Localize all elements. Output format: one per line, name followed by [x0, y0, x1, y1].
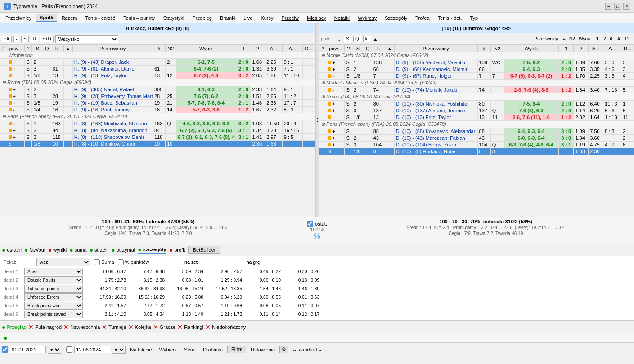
right-k-button[interactable]: k.	[363, 36, 371, 42]
table-row[interactable]: + S 3 61 H. (9) - (61) Altmaier, Daniel …	[0, 66, 315, 72]
bottom-tab-turnieje[interactable]: ✕ Turnieje	[102, 324, 126, 331]
r-col-hash: #	[319, 45, 326, 52]
menu-notatki[interactable]: Notatki	[331, 14, 353, 22]
menu-statystyki[interactable]: Statystyki	[159, 14, 188, 22]
wybierz-label: Wybierz	[159, 347, 177, 352]
bottom-tab-kolejka[interactable]: ✕ Kolejka	[128, 324, 151, 331]
s-button[interactable]: S	[21, 36, 29, 42]
menu-przebieg[interactable]: Przebieg	[189, 14, 216, 22]
table-row[interactable]: - S 1/8 13 D. (10) - (13) Fritz, Taylor …	[319, 114, 634, 121]
table-row[interactable]: + S 3 104 D. (10) - (104) Bergs, Zizou 1…	[319, 142, 634, 148]
minimize-button[interactable]: –	[605, 3, 612, 10]
detail1-set2: 2.96 : 2.57	[206, 269, 242, 274]
menu-live[interactable]: Live	[240, 14, 256, 22]
window-controls[interactable]: – □ ×	[605, 3, 630, 10]
right-table-wrapper[interactable]: # pow... ? S Q k. ▲ Przeciwnicy # N2 Wyn…	[319, 45, 634, 217]
bottom-tab-przeglad[interactable]: ● Przegląd	[2, 324, 27, 331]
table-row[interactable]: + S 1 88 D. (10) - (88) Kovacevic, Aleks…	[319, 128, 634, 135]
table-row[interactable]: + S 3 137 D. (10) - (137) Atmane, Terenc…	[319, 107, 634, 114]
nawierzchnia-icon: ✕	[63, 324, 69, 331]
menu-miesiacy[interactable]: Miesiący	[303, 14, 330, 22]
bottom-tabs-area: ● Przegląd ✕ Pula nagród ✕ Nawierzchnia …	[0, 320, 634, 333]
otrzymal-label: otrzymał	[117, 247, 135, 253]
table-row[interactable]: + S 1/8 19 H. (9) - (19) Baez, Sebastian…	[0, 100, 315, 107]
menu-wykresy[interactable]: Wykresy	[354, 14, 380, 22]
table-row[interactable]: + S 2 H. (9) - (43) Draper, Jack 2 6-1, …	[0, 59, 315, 66]
date-from-select[interactable]: ▾	[48, 346, 61, 354]
bottom-tab-rankingi[interactable]: ✕ Rankingi	[177, 324, 203, 331]
bottom-tab-nawierzchnia[interactable]: ✕ Nawierzchnia	[63, 324, 100, 331]
wyniki-label: wyniki	[53, 247, 67, 253]
detail1-select[interactable]: Aces	[24, 268, 83, 275]
sd-button[interactable]: S+D	[40, 36, 54, 42]
detail4-select[interactable]: Unforced Errors	[24, 293, 83, 301]
suma-checkbox[interactable]	[94, 259, 100, 265]
left-table-wrapper[interactable]: # pow... ? S Q k. ▲ Przeciwnicy # N2 Wyn…	[0, 45, 315, 217]
menu-razem[interactable]: Razem	[58, 14, 81, 22]
settings-icon-button[interactable]: ⚙	[279, 346, 288, 353]
date-to-checkbox[interactable]	[66, 346, 72, 353]
menu-typ[interactable]: Typ	[466, 14, 481, 22]
menu-tenis-punkty[interactable]: Tenis – punkty	[120, 14, 158, 22]
date-from-input[interactable]	[10, 346, 46, 353]
menu-tenis-calosc[interactable]: Tenis - całość	[81, 14, 119, 22]
maximize-button[interactable]: □	[614, 3, 621, 10]
detail4-gr1: 0.60 : 0.55	[245, 295, 281, 300]
table-row[interactable]: + S 2 80 D. (10) - (80) Nishioka, Yoshih…	[319, 101, 634, 107]
ostat-label: ostat.	[315, 221, 327, 226]
table-row[interactable]: - S 1/4 16 H. (9) - (16) Paul, Tommy 16 …	[0, 107, 315, 113]
szczegoly-label: szczegóły	[143, 247, 166, 252]
detail6-select[interactable]: Break points saved	[24, 311, 83, 318]
table-row[interactable]: + S 2 66 D. (9) - (66) Kecmanovic, Miomi…	[319, 66, 634, 73]
punkty-checkbox[interactable]	[118, 259, 124, 265]
detail5-main: 2.41 : 1.57	[85, 303, 126, 308]
right-q-button[interactable]: Q	[353, 36, 361, 42]
przeglad-label: Przegląd	[7, 324, 26, 330]
ostat-checkbox[interactable]	[307, 221, 313, 227]
menu-szczegoly[interactable]: Szczegóły	[381, 14, 411, 22]
detail3-select[interactable]: 1st serve points	[24, 285, 83, 293]
date-to-input[interactable]	[74, 346, 110, 353]
dash-button[interactable]: -	[13, 36, 19, 42]
menu-bramki[interactable]: Bramki	[216, 14, 239, 22]
menu-przeciw[interactable]: Przeciw	[278, 14, 303, 22]
na-set-header: na set	[162, 260, 220, 265]
table-row[interactable]: + S 2 H. (9) - (305) Nadal, Rafael 305 6…	[0, 86, 315, 93]
right-table-row-selected[interactable]: S 1/8 8 D. (10) - (8) Hurkacz, Hubert 8 …	[319, 148, 634, 155]
menu-tenis-det[interactable]: Tenis - det.	[434, 14, 466, 22]
table-row[interactable]: + S 1 163 H. (8) - (163) Mochizuki, Shin…	[0, 120, 315, 127]
table-row[interactable]: + S 1 138 D. (9) - (138) Vacherot, Valen…	[319, 59, 634, 66]
detail-show-select[interactable]: wsz.	[36, 258, 90, 266]
group-roma-right: ⊕ Roma (ITA) 08.05.2024 Cegła (€9094)	[319, 93, 634, 101]
table-row[interactable]: + S 3 28 H. (9) - (28) Etcheverry, Tomas…	[0, 93, 315, 100]
bottom-tab-gracze[interactable]: ✕ Gracze	[153, 324, 175, 331]
menu-przeciwnicy[interactable]: Przeciwnicy	[2, 14, 35, 22]
close-button[interactable]: ×	[623, 3, 630, 10]
menu-spotk[interactable]: Spotk	[36, 14, 57, 22]
detail-row-5: detail 5 Break poins won 2.41 : 1.57 2.7…	[4, 302, 630, 310]
menu-trofea[interactable]: Trofea	[412, 14, 433, 22]
sort-button[interactable]: ↕A	[2, 36, 12, 42]
filtr-button[interactable]: Filtr▾	[227, 346, 246, 353]
menu-kursy[interactable]: Kursy	[257, 14, 277, 22]
tab-betbuilder[interactable]: BetBuilder	[188, 246, 221, 254]
detail3-main: 44.34 : 42.10	[85, 286, 126, 291]
detail5-select[interactable]: Break poins won	[24, 302, 83, 310]
status-checkbox[interactable]	[2, 346, 8, 353]
filter-select[interactable]: Wszystko	[55, 35, 118, 43]
detail2-select[interactable]: Double Faults	[24, 276, 83, 284]
right-s-button[interactable]: S	[344, 36, 351, 42]
table-row[interactable]: - S 1/8 13 H. (9) - (13) Fritz, Taylor 1…	[0, 72, 315, 79]
table-row[interactable]: + S 2 43 D. (10) - (43) Marozsan, Fabian…	[319, 135, 634, 142]
date-to-select[interactable]: ▾	[112, 346, 126, 354]
col-pow: pow...	[7, 45, 25, 52]
bottom-tab-pula[interactable]: ✕ Pula nagród	[28, 324, 62, 331]
table-row[interactable]: - S 1/8 7 D. (9) - (67) Rune, Holger 7 7…	[319, 73, 634, 80]
table-row[interactable]: - S 2 74 D. (10) - (74) Mensik, Jakub 74…	[319, 87, 634, 93]
table-row[interactable]: + S 3 118 H. (8) - (118) Shapovalov, Den…	[0, 134, 315, 141]
bottom-tab-niedokonczone[interactable]: ✕ Niedokończony	[205, 324, 246, 331]
panel-divider[interactable]: ⋮	[315, 23, 319, 217]
table-row[interactable]: + S 2 84 H. (8) - (84) Nakashima, Brando…	[0, 127, 315, 134]
d-button[interactable]: D	[31, 36, 38, 42]
table-row-selected[interactable]: S 1/8 10 H. (8) - (10) Dimitrov, Grigor …	[0, 141, 315, 147]
